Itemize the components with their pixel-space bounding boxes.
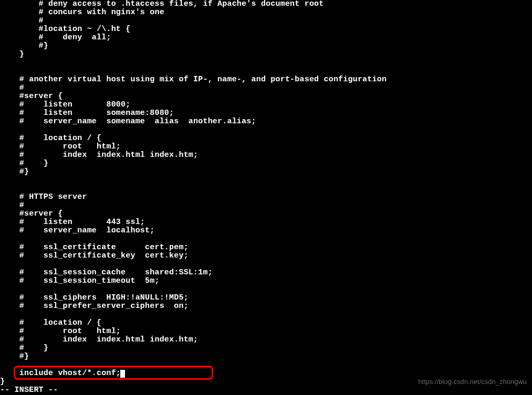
- vim-mode-status: -- INSERT --: [0, 386, 532, 394]
- code-line: # root html;: [0, 327, 532, 336]
- code-line: # deny all;: [0, 34, 532, 42]
- code-line: [0, 285, 532, 294]
- code-line: # HTTPS server: [0, 193, 532, 201]
- code-line: #}: [0, 168, 532, 176]
- code-line: # ssl_session_timeout 5m;: [0, 277, 532, 285]
- code-line: # ssl_certificate cert.pem;: [0, 243, 532, 252]
- code-line: #: [0, 84, 532, 92]
- code-line: # another virtual host using mix of IP-,…: [0, 76, 532, 84]
- code-line: [0, 311, 532, 319]
- code-line: [0, 176, 532, 185]
- code-line: [0, 361, 532, 369]
- code-line: #: [0, 17, 532, 25]
- code-line: # root html;: [0, 143, 532, 151]
- code-line: # listen somename:8080;: [0, 109, 532, 118]
- code-line: # ssl_prefer_server_ciphers on;: [0, 302, 532, 311]
- code-line: # listen 8000;: [0, 101, 532, 109]
- code-line: # server_name localhost;: [0, 227, 532, 235]
- code-line: #}: [0, 42, 532, 50]
- code-line: }: [0, 50, 532, 59]
- code-line: # }: [0, 159, 532, 168]
- code-line: [0, 235, 532, 243]
- code-line: #server {: [0, 92, 532, 101]
- text-cursor: [120, 370, 125, 378]
- code-line: # listen 443 ssl;: [0, 218, 532, 227]
- watermark-text: https://blog.csdn.net/csdn_zhongwu: [418, 378, 527, 386]
- code-line: # }: [0, 344, 532, 353]
- code-line: # location / {: [0, 134, 532, 143]
- code-line: # location / {: [0, 319, 532, 327]
- code-line: # index index.html index.htm;: [0, 151, 532, 159]
- code-line: #location ~ /\.ht {: [0, 25, 532, 34]
- code-line: # concurs with nginx's one: [0, 8, 532, 17]
- code-line: # ssl_certificate_key cert.key;: [0, 252, 532, 260]
- code-line: [0, 260, 532, 269]
- code-line: # ssl_session_cache shared:SSL:1m;: [0, 269, 532, 277]
- code-line: # deny access to .htaccess files, if Apa…: [0, 0, 532, 8]
- code-line: # server_name somename alias another.ali…: [0, 118, 532, 126]
- code-line: [0, 59, 532, 67]
- code-line: #server {: [0, 210, 532, 218]
- code-line: [0, 126, 532, 134]
- code-line: #: [0, 201, 532, 210]
- terminal-editor[interactable]: # deny access to .htaccess files, if Apa…: [0, 0, 532, 394]
- code-line: [0, 185, 532, 193]
- code-line: include vhost/*.conf;: [0, 369, 532, 378]
- code-line: #}: [0, 353, 532, 361]
- code-line: [0, 67, 532, 76]
- code-line: # ssl_ciphers HIGH:!aNULL:!MD5;: [0, 294, 532, 302]
- code-line: # index index.html index.htm;: [0, 336, 532, 344]
